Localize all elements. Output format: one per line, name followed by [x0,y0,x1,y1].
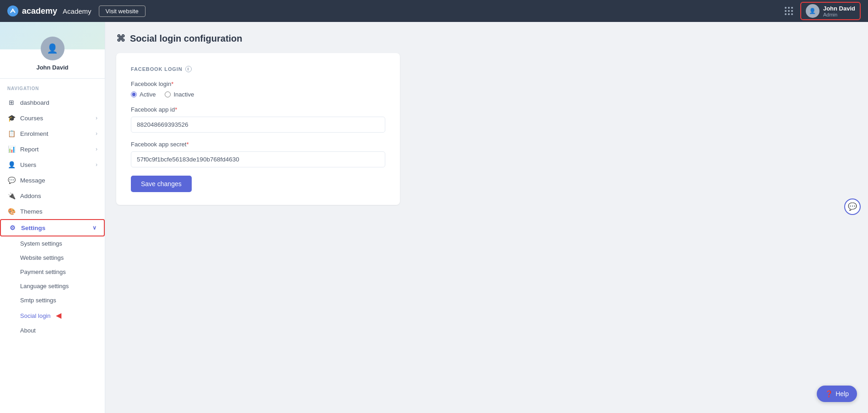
help-button[interactable]: ❓ Help [817,386,857,402]
sidebar-item-label: Users [20,161,91,168]
facebook-login-radio-group: Active Inactive [131,91,385,98]
chevron-right-icon: › [96,146,97,152]
users-icon: 👤 [7,161,16,168]
facebook-login-label: Facebook login* [131,80,385,87]
sidebar-subitem-smtp-settings[interactable]: Smtp settings [0,293,105,307]
form-card: FACEBOOK LOGIN i Facebook login* Active … [116,53,400,205]
sidebar-item-label: Courses [20,115,91,122]
sidebar-item-label: Themes [20,208,97,215]
visit-website-button[interactable]: Visit website [99,5,146,17]
sidebar-user-section: 👤 John David [0,22,105,79]
sidebar-item-enrolment[interactable]: 📋 Enrolment › [0,126,105,141]
sidebar-subitem-language-settings[interactable]: Language settings [0,279,105,293]
page-title-text: Social login configuration [130,33,243,44]
sidebar-subitem-website-settings[interactable]: Website settings [0,251,105,265]
app-name: Academy [63,7,92,15]
sidebar-item-report[interactable]: 📊 Report › [0,141,105,157]
help-label: Help [836,390,849,397]
report-icon: 📊 [7,145,16,153]
sidebar-item-message[interactable]: 💬 Message [0,172,105,188]
main-content: ⌘ Social login configuration FACEBOOK LO… [105,22,868,413]
brand-name: academy [22,6,57,16]
message-icon: 💬 [7,177,16,184]
chevron-right-icon: › [96,115,97,121]
chevron-right-icon: › [96,130,97,137]
sidebar-item-themes[interactable]: 🎨 Themes [0,204,105,219]
chat-float-icon[interactable]: 💬 [844,198,861,215]
user-role: Admin [823,12,855,17]
sidebar-item-addons[interactable]: 🔌 Addons [0,188,105,204]
top-navigation: academy Academy Visit website 👤 John Dav… [0,0,868,22]
radio-active-input[interactable] [131,91,137,97]
app-secret-group: Facebook app secret* [131,141,385,167]
user-menu[interactable]: 👤 John David Admin [800,2,861,20]
sidebar-item-label: Addons [20,193,97,199]
sidebar-item-label: Message [20,177,97,184]
section-title: FACEBOOK LOGIN i [131,66,385,72]
courses-icon: 🎓 [7,114,16,122]
brand-logo[interactable]: academy [7,5,57,16]
sidebar-avatar: 👤 [41,37,65,60]
logo-icon [7,5,18,16]
sidebar: 👤 John David NAVIGATION ⊞ dashboard 🎓 Co… [0,22,105,413]
sidebar-subitem-system-settings[interactable]: System settings [0,236,105,251]
sidebar-item-label: Report [20,146,91,153]
radio-inactive-label: Inactive [173,91,194,98]
app-secret-label: Facebook app secret* [131,141,385,148]
sidebar-item-dashboard[interactable]: ⊞ dashboard [0,95,105,110]
save-changes-button[interactable]: Save changes [131,176,192,192]
sidebar-item-settings[interactable]: ⚙ Settings ∨ [0,219,105,236]
sidebar-item-label: Settings [21,225,88,231]
app-id-group: Facebook app id* [131,106,385,133]
page-title: ⌘ Social login configuration [116,33,857,44]
sidebar-subitem-payment-settings[interactable]: Payment settings [0,265,105,279]
sidebar-subitem-social-login[interactable]: Social login ◀ [0,307,105,323]
themes-icon: 🎨 [7,208,16,215]
page-title-icon: ⌘ [116,33,125,44]
radio-active-label: Active [140,91,156,98]
app-secret-input[interactable] [131,151,385,167]
sidebar-item-label: Enrolment [20,130,91,137]
help-icon: ❓ [825,390,833,397]
radio-inactive-input[interactable] [165,91,171,97]
sidebar-item-users[interactable]: 👤 Users › [0,157,105,172]
chevron-down-icon: ∨ [92,225,97,231]
settings-icon: ⚙ [8,224,16,231]
facebook-login-group: Facebook login* Active Inactive [131,80,385,98]
enrolment-icon: 📋 [7,130,16,137]
sidebar-user-name: John David [36,64,68,71]
sidebar-subitem-about[interactable]: About [0,323,105,338]
social-login-label: Social login [20,312,51,319]
addons-icon: 🔌 [7,192,16,199]
user-name: John David [823,5,855,12]
radio-active[interactable]: Active [131,91,156,98]
chevron-right-icon: › [96,161,97,168]
avatar: 👤 [806,4,819,18]
radio-inactive[interactable]: Inactive [165,91,194,98]
dashboard-icon: ⊞ [7,99,16,106]
app-id-input[interactable] [131,117,385,133]
info-icon[interactable]: i [185,66,192,72]
sidebar-item-courses[interactable]: 🎓 Courses › [0,110,105,126]
sidebar-item-label: dashboard [20,99,97,106]
grid-menu-icon[interactable] [785,7,793,15]
sidebar-nav-label: NAVIGATION [0,79,105,95]
arrow-indicator-icon: ◀ [56,311,61,319]
section-title-text: FACEBOOK LOGIN [131,66,183,72]
app-id-label: Facebook app id* [131,106,385,113]
